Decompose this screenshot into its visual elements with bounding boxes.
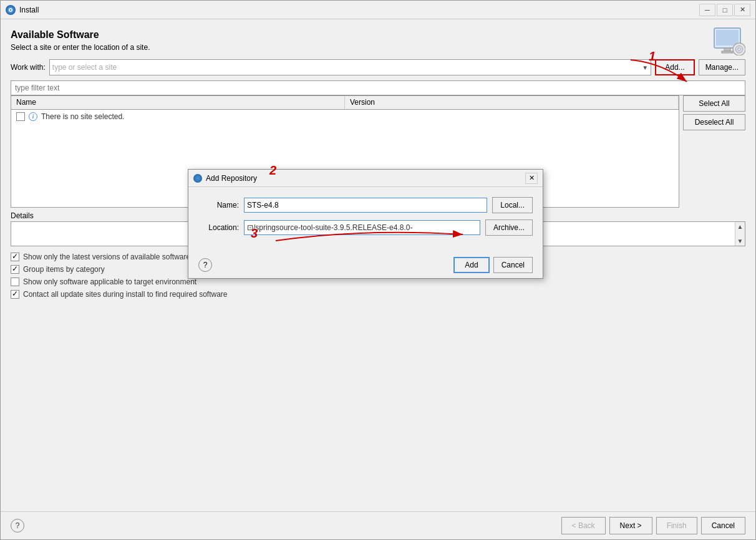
page-title: Available Software <box>11 29 745 41</box>
dropdown-arrow-icon: ▼ <box>642 64 648 71</box>
cancel-button[interactable]: Cancel <box>701 517 745 534</box>
dialog-name-row: Name: Local... <box>198 197 533 213</box>
row-checkbox[interactable] <box>16 112 25 121</box>
filter-row <box>11 80 745 95</box>
svg-rect-6 <box>722 51 733 53</box>
dialog-location-row: Location: Archive... <box>198 219 533 236</box>
work-with-label: Work with: <box>11 63 46 72</box>
option-1-checkbox[interactable] <box>11 253 19 261</box>
info-icon: i <box>29 112 37 121</box>
option-1-label: Show only the latest versions of availab… <box>23 253 190 261</box>
window-icon <box>6 5 16 15</box>
help-button[interactable]: ? <box>11 519 24 533</box>
next-button[interactable]: Next > <box>609 517 652 534</box>
monitor-icon-area <box>713 27 745 57</box>
dialog-location-label: Location: <box>198 223 239 232</box>
dialog-close-button[interactable]: ✕ <box>525 173 538 184</box>
dialog-cancel-button[interactable]: Cancel <box>493 257 533 273</box>
maximize-button[interactable]: □ <box>717 4 733 16</box>
dialog-buttons: ? Add Cancel <box>188 252 543 278</box>
finish-button[interactable]: Finish <box>656 517 697 534</box>
page-subtitle: Select a site or enter the location of a… <box>11 43 745 52</box>
annotation-3: 3 <box>251 226 258 241</box>
svg-rect-4 <box>716 30 739 46</box>
close-button[interactable]: ✕ <box>734 4 750 16</box>
option-4: Contact all update sites during install … <box>11 290 372 299</box>
dialog-location-input[interactable] <box>244 220 480 235</box>
svg-point-9 <box>738 48 740 51</box>
table-row[interactable]: i There is no site selected. <box>11 110 679 123</box>
table-header-name: Name <box>11 96 345 109</box>
dialog-name-label: Name: <box>198 201 239 210</box>
monitor-icon <box>713 27 745 55</box>
dialog-title-bar: Add Repository ✕ <box>188 170 543 187</box>
work-with-select[interactable]: type or select a site ▼ <box>49 59 651 75</box>
main-window: Install ─ □ ✕ 1 <box>0 0 756 540</box>
option-3: Show only software applicable to target … <box>11 277 372 286</box>
dialog-content: Name: Local... Location: Archive... <box>188 187 543 252</box>
filter-input[interactable] <box>11 80 745 95</box>
scrollbar-up-icon: ▲ <box>736 222 745 231</box>
table-header-version: Version <box>345 96 679 109</box>
dialog-icon <box>193 174 202 183</box>
dialog-title: Add Repository <box>206 174 525 183</box>
window-controls: ─ □ ✕ <box>699 4 750 16</box>
no-site-label: There is no site selected. <box>41 112 124 121</box>
dialog-add-button[interactable]: Add <box>453 257 489 273</box>
work-with-row: Work with: type or select a site ▼ Add..… <box>11 59 745 75</box>
svg-rect-5 <box>724 48 730 51</box>
dialog-name-input[interactable] <box>244 198 487 213</box>
add-repository-dialog: Add Repository ✕ 2 Name: Local... Locati… <box>188 169 543 279</box>
option-3-checkbox[interactable] <box>11 277 19 286</box>
minimize-button[interactable]: ─ <box>699 4 715 16</box>
annotation-1: 1 <box>649 49 656 64</box>
table-header: Name Version <box>11 96 679 110</box>
add-button[interactable]: Add... <box>655 59 694 75</box>
select-all-button[interactable]: Select All <box>683 95 745 112</box>
back-button[interactable]: < Back <box>561 517 606 534</box>
annotation-2: 2 <box>269 163 276 178</box>
title-bar: Install ─ □ ✕ <box>1 1 755 19</box>
window-title: Install <box>19 6 699 14</box>
dialog-local-button[interactable]: Local... <box>492 197 533 213</box>
option-3-label: Show only software applicable to target … <box>23 277 196 286</box>
details-scrollbar[interactable]: ▲ ▼ <box>735 222 745 246</box>
option-4-checkbox[interactable] <box>11 290 19 299</box>
scrollbar-down-icon: ▼ <box>736 236 745 246</box>
option-2-checkbox[interactable] <box>11 265 19 274</box>
bottom-bar: ? < Back Next > Finish Cancel <box>1 511 755 539</box>
manage-button[interactable]: Manage... <box>699 59 745 75</box>
dialog-archive-button[interactable]: Archive... <box>485 219 533 236</box>
option-2-label: Group items by category <box>23 265 105 274</box>
dialog-help-button[interactable]: ? <box>198 258 212 272</box>
option-4-label: Contact all update sites during install … <box>23 290 228 299</box>
right-buttons-panel: Select All Deselect All <box>683 95 745 208</box>
svg-point-2 <box>10 9 12 11</box>
deselect-all-button[interactable]: Deselect All <box>683 114 745 130</box>
